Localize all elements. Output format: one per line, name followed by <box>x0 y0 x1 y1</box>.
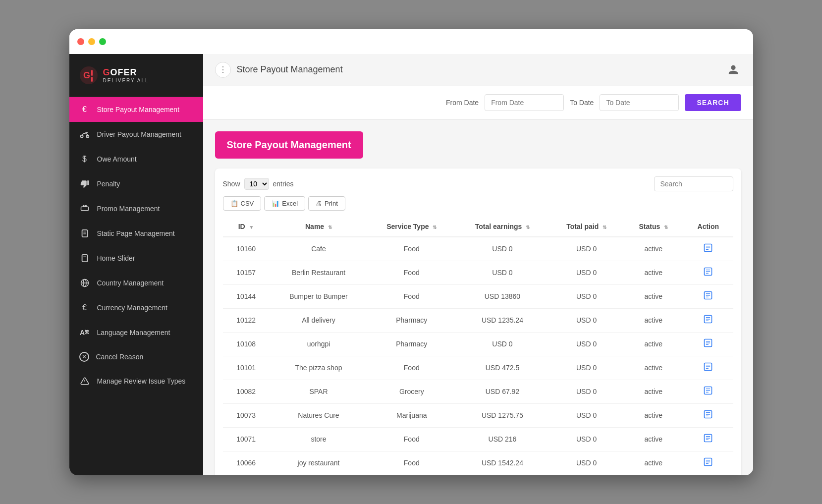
to-date-input[interactable] <box>600 94 679 111</box>
sidebar: G GOFER DELIVERY ALL € Store Payout Mana… <box>69 54 203 475</box>
sidebar-item-driver-payout[interactable]: Driver Payout Management <box>69 122 203 147</box>
cell-service-type: Food <box>368 427 455 451</box>
csv-button[interactable]: 📋 CSV <box>223 196 262 211</box>
entries-select[interactable]: 10 25 50 <box>244 178 269 190</box>
col-action: Action <box>683 217 733 237</box>
cell-status: active <box>624 332 683 356</box>
col-status[interactable]: Status ⇅ <box>624 217 683 237</box>
cell-action <box>683 356 733 380</box>
cell-name: store <box>270 427 368 451</box>
action-button[interactable] <box>703 362 713 374</box>
maximize-dot[interactable] <box>99 38 106 45</box>
cell-status: active <box>624 261 683 284</box>
sidebar-item-penalty[interactable]: Penalty <box>69 171 203 196</box>
table-row: 10066 joy restaurant Food USD 1542.24 US… <box>223 451 733 475</box>
sidebar-item-language[interactable]: A繁 Language Management <box>69 320 203 345</box>
action-button[interactable] <box>703 338 713 350</box>
table-search-input[interactable] <box>654 176 733 191</box>
menu-button[interactable]: ⋮ <box>215 62 231 78</box>
cell-id: 10144 <box>223 284 270 308</box>
action-button[interactable] <box>703 314 713 327</box>
sidebar-item-label: Manage Review Issue Types <box>97 377 186 385</box>
table-row: 10122 All delivery Pharmacy USD 1235.24 … <box>223 308 733 332</box>
cell-total-paid: USD 0 <box>549 451 624 475</box>
action-button[interactable] <box>703 267 713 279</box>
action-button[interactable] <box>703 290 713 303</box>
cell-action <box>683 308 733 332</box>
globe-icon <box>79 278 90 288</box>
col-total-earnings[interactable]: Total earnings ⇅ <box>455 217 549 237</box>
cell-name: joy restaurant <box>270 451 368 475</box>
cell-action <box>683 427 733 451</box>
action-button[interactable] <box>703 386 713 398</box>
app-window: G GOFER DELIVERY ALL € Store Payout Mana… <box>69 29 753 475</box>
cell-status: active <box>624 403 683 427</box>
col-id[interactable]: ID ▼ <box>223 217 270 237</box>
cell-name: All delivery <box>270 308 368 332</box>
cell-total-paid: USD 0 <box>549 403 624 427</box>
warning-icon <box>79 376 90 387</box>
sidebar-item-label: Penalty <box>97 180 120 188</box>
excel-button[interactable]: 📊 Excel <box>264 196 305 211</box>
cell-service-type: Marijuana <box>368 403 455 427</box>
thumbsdown-icon <box>79 178 90 189</box>
print-button[interactable]: 🖨 Print <box>308 196 345 211</box>
sidebar-item-currency[interactable]: € Currency Management <box>69 295 203 320</box>
action-button[interactable] <box>703 243 713 255</box>
col-total-paid[interactable]: Total paid ⇅ <box>549 217 624 237</box>
svg-rect-7 <box>82 229 87 236</box>
cell-name: Bumper to Bumper <box>270 284 368 308</box>
col-service-type[interactable]: Service Type ⇅ <box>368 217 455 237</box>
col-name[interactable]: Name ⇅ <box>270 217 368 237</box>
table-header-row: ID ▼ Name ⇅ Service Type ⇅ Total earning… <box>223 217 733 237</box>
cell-total-earnings: USD 0 <box>455 237 549 261</box>
sidebar-item-store-payout[interactable]: € Store Payout Management <box>69 97 203 122</box>
cell-name: uorhgpi <box>270 332 368 356</box>
cell-status: active <box>624 284 683 308</box>
cell-total-paid: USD 0 <box>549 237 624 261</box>
close-dot[interactable] <box>77 38 84 45</box>
sidebar-item-label: Store Payout Management <box>97 106 180 113</box>
user-icon-button[interactable] <box>725 62 741 78</box>
cell-total-paid: USD 0 <box>549 332 624 356</box>
table-search-area <box>654 176 733 191</box>
cell-total-earnings: USD 0 <box>455 261 549 284</box>
cell-action <box>683 451 733 475</box>
search-button[interactable]: SEARCH <box>685 94 741 111</box>
brand-name: GOFER <box>103 67 149 78</box>
motorbike-icon <box>79 129 90 140</box>
from-date-input[interactable] <box>485 94 564 111</box>
cell-status: active <box>624 380 683 403</box>
cell-total-earnings: USD 472.5 <box>455 356 549 380</box>
cell-service-type: Food <box>368 261 455 284</box>
topbar-left: ⋮ Store Payout Management <box>215 62 343 78</box>
action-button[interactable] <box>703 409 713 422</box>
action-button[interactable] <box>703 433 713 446</box>
filter-bar: From Date To Date SEARCH <box>203 86 753 119</box>
sidebar-item-label: Static Page Management <box>97 229 175 237</box>
sidebar-item-label: Driver Payout Management <box>97 130 181 138</box>
cell-status: active <box>624 356 683 380</box>
sidebar-item-label: Currency Management <box>97 304 167 312</box>
cell-id: 10157 <box>223 261 270 284</box>
action-button[interactable] <box>703 457 713 469</box>
sidebar-item-static-page[interactable]: Static Page Management <box>69 221 203 246</box>
logo-area: G GOFER DELIVERY ALL <box>69 54 203 97</box>
show-label: Show <box>223 180 240 188</box>
cell-id: 10071 <box>223 427 270 451</box>
sidebar-item-home-slider[interactable]: Home Slider <box>69 246 203 271</box>
content-area: Store Payout Management Show 10 25 50 en… <box>203 119 753 475</box>
sidebar-item-cancel-reason[interactable]: ✕ Cancel Reason <box>69 345 203 369</box>
promo-icon <box>79 203 90 214</box>
sidebar-item-owe-amount[interactable]: $ Owe Amount <box>69 147 203 171</box>
show-entries: Show 10 25 50 entries <box>223 178 294 190</box>
minimize-dot[interactable] <box>88 38 95 45</box>
cell-total-earnings: USD 67.92 <box>455 380 549 403</box>
cell-id: 10122 <box>223 308 270 332</box>
sidebar-item-country[interactable]: Country Management <box>69 271 203 295</box>
cell-total-paid: USD 0 <box>549 427 624 451</box>
sidebar-item-label: Country Management <box>97 279 164 287</box>
sidebar-item-promo[interactable]: Promo Management <box>69 196 203 221</box>
cell-id: 10101 <box>223 356 270 380</box>
sidebar-item-review-issue[interactable]: Manage Review Issue Types <box>69 369 203 393</box>
